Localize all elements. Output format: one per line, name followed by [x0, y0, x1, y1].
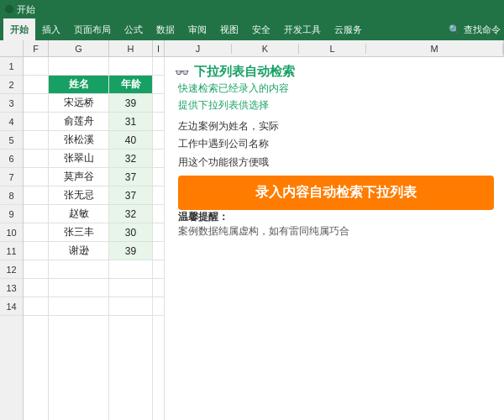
cell-f-3[interactable]	[24, 94, 48, 113]
row-number-6: 6	[0, 150, 23, 168]
cell-f-13[interactable]	[24, 279, 48, 297]
cell-i-2[interactable]	[153, 76, 164, 94]
ribbon-tab-云服务[interactable]: 云服务	[328, 18, 369, 40]
cell-g-14[interactable]	[49, 297, 108, 316]
row-number-8: 8	[0, 186, 23, 205]
col-headers-rest: J K L M	[165, 40, 504, 56]
row-number-10: 10	[0, 223, 23, 242]
info-panel: 👓 下拉列表自动检索 快速检索已经录入的内容提供下拉列表供选择 左边案例为姓名，…	[165, 57, 504, 420]
cell-i-12[interactable]	[153, 260, 164, 279]
cell-h-14[interactable]	[109, 297, 152, 316]
cell-f-10[interactable]	[24, 223, 48, 242]
cell-g-7[interactable]: 莫声谷	[49, 168, 108, 186]
row-number-1: 1	[0, 57, 23, 76]
cell-h-4[interactable]: 31	[109, 113, 152, 131]
cell-i-9[interactable]	[153, 205, 164, 223]
row-number-7: 7	[0, 168, 23, 186]
grid-columns: 姓名宋远桥俞莲舟张松溪张翠山莫声谷张无忌赵敏张三丰谢逊 年龄3931403237…	[24, 57, 504, 420]
cell-f-11[interactable]	[24, 242, 48, 260]
cell-i-6[interactable]	[153, 150, 164, 168]
cell-h-13[interactable]	[109, 279, 152, 297]
cell-i-5[interactable]	[153, 131, 164, 150]
info-desc-line: 用这个功能很方便哦	[178, 154, 494, 172]
cell-h-10[interactable]: 30	[109, 223, 152, 242]
cell-g-13[interactable]	[49, 279, 108, 297]
row-number-5: 5	[0, 131, 23, 150]
ribbon-tab-安全[interactable]: 安全	[245, 18, 277, 40]
ribbon-search[interactable]: 🔍 查找命令	[449, 24, 501, 36]
ribbon-tab-插入[interactable]: 插入	[35, 18, 67, 40]
info-title-text: 下拉列表自动检索	[194, 64, 295, 80]
cell-h-1[interactable]	[109, 57, 152, 76]
cell-g-3[interactable]: 宋远桥	[49, 94, 108, 113]
col-header-k: K	[232, 44, 299, 54]
col-header-g: G	[49, 40, 109, 56]
col-f	[24, 57, 49, 420]
cell-h-7[interactable]: 37	[109, 168, 152, 186]
cell-h-8[interactable]: 37	[109, 186, 152, 205]
reminder-text: 案例数据纯属虚构，如有雷同纯属巧合	[178, 225, 349, 237]
title-text: 开始	[17, 3, 35, 16]
cell-i-14[interactable]	[153, 297, 164, 316]
cell-h-9[interactable]: 32	[109, 205, 152, 223]
cell-g-1[interactable]	[49, 57, 108, 76]
title-dot	[5, 5, 13, 13]
auto-search-button[interactable]: 录入内容自动检索下拉列表	[178, 176, 494, 210]
cell-h-5[interactable]: 40	[109, 131, 152, 150]
cell-f-1[interactable]	[24, 57, 48, 76]
cell-f-12[interactable]	[24, 260, 48, 279]
cell-i-7[interactable]	[153, 168, 164, 186]
col-headers: F G H I J K L M	[0, 40, 504, 57]
col-header-i: I	[153, 40, 165, 56]
cell-f-7[interactable]	[24, 168, 48, 186]
cell-g-4[interactable]: 俞莲舟	[49, 113, 108, 131]
cell-i-10[interactable]	[153, 223, 164, 242]
cell-f-14[interactable]	[24, 297, 48, 316]
search-icon: 🔍	[449, 24, 460, 35]
cell-i-13[interactable]	[153, 279, 164, 297]
info-sub-line: 快速检索已经录入的内容	[178, 80, 494, 97]
cell-h-12[interactable]	[109, 260, 152, 279]
ribbon-tab-公式[interactable]: 公式	[118, 18, 150, 40]
ribbon-tabs: 开始插入页面布局公式数据审阅视图安全开发工具云服务 🔍 查找命令	[0, 18, 504, 40]
cell-h-11[interactable]: 39	[109, 242, 152, 260]
col-header-l: L	[299, 44, 366, 54]
cell-i-1[interactable]	[153, 57, 164, 76]
cell-f-6[interactable]	[24, 150, 48, 168]
cell-g-6[interactable]: 张翠山	[49, 150, 108, 168]
cell-i-11[interactable]	[153, 242, 164, 260]
reminder-title: 温馨提醒：	[178, 211, 228, 223]
ribbon-tab-审阅[interactable]: 审阅	[181, 18, 213, 40]
cell-f-8[interactable]	[24, 186, 48, 205]
cell-g-8[interactable]: 张无忌	[49, 186, 108, 205]
cell-g-11[interactable]: 谢逊	[49, 242, 108, 260]
ribbon-tab-开始[interactable]: 开始	[3, 18, 35, 40]
col-g-names: 姓名宋远桥俞莲舟张松溪张翠山莫声谷张无忌赵敏张三丰谢逊	[49, 57, 109, 420]
cell-h-3[interactable]: 39	[109, 94, 152, 113]
cell-g-12[interactable]	[49, 260, 108, 279]
row-numbers: 1234567891011121314	[0, 57, 24, 420]
cell-g-10[interactable]: 张三丰	[49, 223, 108, 242]
cell-f-4[interactable]	[24, 113, 48, 131]
info-sub-line: 提供下拉列表供选择	[178, 97, 494, 113]
cell-f-2[interactable]	[24, 76, 48, 94]
col-header-h: H	[109, 40, 153, 56]
cell-i-8[interactable]	[153, 186, 164, 205]
cell-f-5[interactable]	[24, 131, 48, 150]
cell-g-header[interactable]: 姓名	[49, 76, 108, 94]
cell-i-4[interactable]	[153, 113, 164, 131]
cell-h-6[interactable]: 32	[109, 150, 152, 168]
cell-h-header[interactable]: 年龄	[109, 76, 152, 94]
reminder: 温馨提醒： 案例数据纯属虚构，如有雷同纯属巧合	[178, 210, 494, 239]
row-number-9: 9	[0, 205, 23, 223]
ribbon-tab-页面布局[interactable]: 页面布局	[67, 18, 118, 40]
cell-g-9[interactable]: 赵敏	[49, 205, 108, 223]
ribbon-tab-数据[interactable]: 数据	[150, 18, 181, 40]
cell-f-9[interactable]	[24, 205, 48, 223]
ribbon-tab-视图[interactable]: 视图	[213, 18, 245, 40]
cell-g-5[interactable]: 张松溪	[49, 131, 108, 150]
ribbon-tab-开发工具[interactable]: 开发工具	[277, 18, 328, 40]
cell-i-3[interactable]	[153, 94, 164, 113]
row-number-11: 11	[0, 242, 23, 260]
row-number-13: 13	[0, 279, 23, 297]
